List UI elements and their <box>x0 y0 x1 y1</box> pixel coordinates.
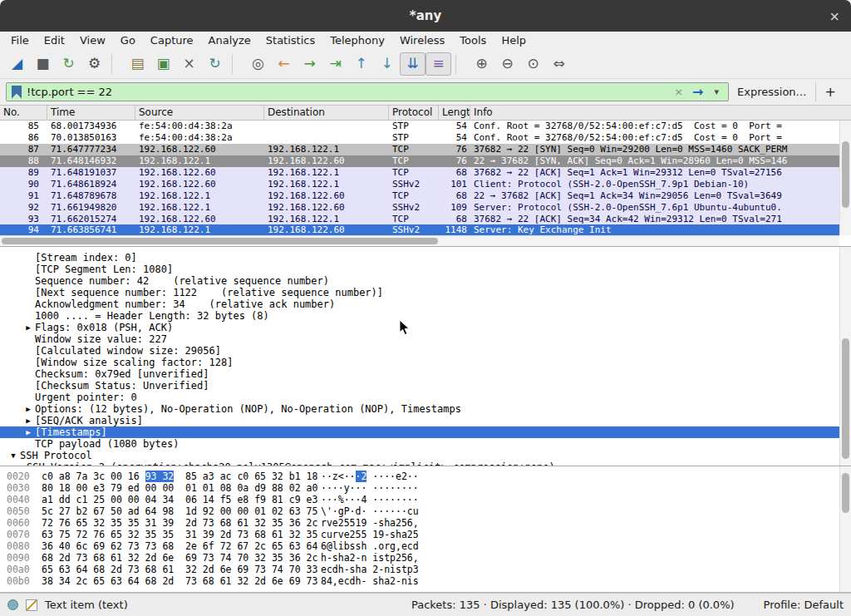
start-capture-button[interactable]: ◢ <box>4 52 30 76</box>
filter-apply-icon[interactable]: → <box>691 84 705 100</box>
detail-line[interactable]: Sequence number: 42 (relative sequence n… <box>0 275 839 287</box>
expander-icon[interactable] <box>22 275 35 287</box>
expander-icon[interactable] <box>22 392 35 403</box>
detail-line[interactable]: ▼ SSH Protocol <box>0 450 839 461</box>
go-first-packet-button[interactable]: ↑ <box>348 52 374 76</box>
expander-icon[interactable]: ▶ <box>22 403 35 415</box>
detail-line[interactable]: ▶ Flags: 0x018 (PSH, ACK) <box>0 322 839 333</box>
packet-row[interactable]: 86 70.013850163 fe:54:00:d4:38:2a STP 54… <box>0 132 839 144</box>
detail-line[interactable]: [Window size scaling factor: 128] <box>0 357 839 368</box>
detail-line[interactable]: [Next sequence number: 1122 (relative se… <box>0 287 839 298</box>
menu-item[interactable]: Help <box>494 33 534 47</box>
toolbar-separator[interactable] <box>455 54 465 74</box>
hex-row[interactable]: 0080 36 40 6c 69 62 73 73 68 2e 6f 72 67… <box>0 540 839 552</box>
scrollbar-thumb[interactable] <box>842 473 849 513</box>
expander-icon[interactable]: ▼ <box>7 450 20 461</box>
scrollbar-thumb[interactable] <box>2 238 438 244</box>
open-file-button[interactable]: ▤ <box>125 52 150 76</box>
go-to-packet-button[interactable]: ⇥ <box>322 52 348 76</box>
resize-columns-button[interactable]: ⇔ <box>546 52 572 76</box>
packet-row[interactable]: 88 71.648146932 192.168.122.1 192.168.12… <box>0 155 839 167</box>
capture-comment-icon[interactable] <box>26 599 37 611</box>
packet-row[interactable]: 85 68.001734936 fe:54:00:d4:38:2a STP 54… <box>0 121 839 132</box>
expander-icon[interactable] <box>22 380 35 392</box>
expander-icon[interactable] <box>22 368 35 380</box>
detail-line[interactable]: [Checksum Status: Unverified] <box>0 380 839 392</box>
hex-ascii[interactable]: curve255 19-sha25 <box>321 529 419 540</box>
hex-ascii[interactable]: h-sha2-n istp256, <box>321 552 419 564</box>
hex-ascii[interactable]: ···%···4 ········ <box>321 494 419 505</box>
hex-bytes[interactable]: 72 76 65 32 35 35 31 39 2d 73 68 61 32 3… <box>42 517 321 529</box>
hex-row[interactable]: 0090 68 2d 73 68 61 32 2d 6e 69 73 74 70… <box>0 552 839 564</box>
hex-bytes[interactable]: 65 63 64 68 2d 73 68 61 32 2d 6e 69 73 7… <box>42 564 321 575</box>
column-header[interactable]: Time <box>47 106 135 120</box>
expert-info-icon[interactable] <box>7 599 18 610</box>
packet-list-vscrollbar[interactable] <box>839 121 851 235</box>
packet-row[interactable]: 92 71.661949820 192.168.122.1 192.168.12… <box>0 201 839 213</box>
detail-line[interactable]: ▶ [Timestamps] <box>0 426 839 438</box>
expression-button[interactable]: Expression… <box>729 86 815 98</box>
capture-options-button[interactable]: ⚙ <box>81 52 107 76</box>
menu-item[interactable]: Statistics <box>258 33 322 47</box>
hex-row[interactable]: 0040 a1 dd c1 25 00 00 04 34 06 14 f5 e8… <box>0 494 839 505</box>
zoom-in-button[interactable]: ⊕ <box>469 52 494 76</box>
expander-icon[interactable]: ▶ <box>22 415 35 426</box>
hex-bytes[interactable]: 38 34 2c 65 63 64 68 2d 73 68 61 32 2d 6… <box>42 575 321 587</box>
hex-row[interactable]: 0030 80 18 00 e3 79 ed 00 00 01 01 08 0a… <box>0 482 839 494</box>
detail-line[interactable]: Window size value: 227 <box>0 333 839 345</box>
column-header[interactable]: Source <box>135 106 264 120</box>
detail-line[interactable]: [Stream index: 0] <box>0 252 839 264</box>
filter-bookmark-icon[interactable] <box>12 86 22 99</box>
zoom-100-button[interactable]: ⊙ <box>520 52 546 76</box>
column-header[interactable]: Destination <box>264 106 389 120</box>
expander-icon[interactable] <box>22 357 35 368</box>
menu-item[interactable]: Wireless <box>392 33 452 47</box>
hex-row[interactable]: 0060 72 76 65 32 35 35 31 39 2d 73 68 61… <box>0 517 839 529</box>
detail-line[interactable]: 1000 .... = Header Length: 32 bytes (8) <box>0 310 839 322</box>
scrollbar-thumb[interactable] <box>842 338 849 459</box>
hex-bytes[interactable]: 36 40 6c 69 62 73 73 68 2e 6f 72 67 2c 6… <box>42 540 321 552</box>
hex-bytes[interactable]: 63 75 72 76 65 32 35 35 31 39 2d 73 68 6… <box>42 529 321 540</box>
expander-icon[interactable] <box>22 345 35 357</box>
column-header[interactable]: No. <box>0 106 47 120</box>
menu-item[interactable]: Analyze <box>201 33 258 47</box>
packet-row[interactable]: 87 71.647777234 192.168.122.60 192.168.1… <box>0 144 839 155</box>
hex-ascii[interactable]: ··z<···2 ····e2·· <box>321 471 419 482</box>
expander-icon[interactable] <box>22 298 35 310</box>
hex-bytes[interactable]: a1 dd c1 25 00 00 04 34 06 14 f5 e8 f9 8… <box>42 494 321 505</box>
hex-ascii[interactable]: 6@libssh .org,ecd <box>321 540 419 552</box>
detail-line[interactable]: Urgent pointer: 0 <box>0 392 839 403</box>
hex-row[interactable]: 0020 c0 a8 7a 3c 00 16 93 32 85 a3 ac c0… <box>0 471 839 482</box>
menu-item[interactable]: Edit <box>37 33 72 47</box>
colorize-button[interactable]: ≡ <box>426 52 451 76</box>
hex-bytes[interactable]: c0 a8 7a 3c 00 16 93 32 85 a3 ac c0 65 3… <box>42 471 321 482</box>
hex-ascii[interactable]: \'·gP·d· ······cu <box>321 505 419 517</box>
filter-clear-icon[interactable]: × <box>671 86 686 98</box>
hex-ascii[interactable]: rve25519 -sha256, <box>321 517 419 529</box>
detail-line[interactable]: [TCP Segment Len: 1080] <box>0 264 839 275</box>
zoom-out-button[interactable]: ⊖ <box>494 52 520 76</box>
detail-line[interactable]: Checksum: 0x79ed [unverified] <box>0 368 839 380</box>
detail-line[interactable]: ▶ [SEQ/ACK analysis] <box>0 415 839 426</box>
profile-button[interactable]: Profile: Default <box>764 599 844 611</box>
close-file-button[interactable]: × <box>176 52 202 76</box>
menu-item[interactable]: Tools <box>452 33 494 47</box>
menu-item[interactable]: Capture <box>143 33 201 47</box>
expander-icon[interactable] <box>13 461 27 466</box>
hex-bytes[interactable]: 68 2d 73 68 61 32 2d 6e 69 73 74 70 32 3… <box>42 552 321 564</box>
column-header[interactable]: Protocol <box>389 106 439 120</box>
display-filter-input[interactable]: !tcp.port == 22 × → ▾ <box>6 82 729 101</box>
hex-row[interactable]: 0050 5c 27 b2 67 50 ad 64 98 1d 92 00 00… <box>0 505 839 517</box>
hex-row[interactable]: 00b0 38 34 2c 65 63 64 68 2d 73 68 61 32… <box>0 575 839 587</box>
expander-icon[interactable]: ▶ <box>22 322 35 333</box>
menu-item[interactable]: Telephony <box>322 33 392 47</box>
packet-row[interactable]: 93 71.662015274 192.168.122.60 192.168.1… <box>0 213 839 224</box>
expander-icon[interactable] <box>22 438 35 450</box>
expander-icon[interactable] <box>22 252 35 264</box>
expander-icon[interactable] <box>22 310 35 322</box>
detail-line[interactable]: SSH Version 2 (encryption:chacha20-poly1… <box>0 461 839 466</box>
packet-row[interactable]: 90 71.648618924 192.168.122.60 192.168.1… <box>0 178 839 190</box>
expander-icon[interactable] <box>22 287 35 298</box>
find-packet-button[interactable]: ◎ <box>245 52 271 76</box>
go-back-button[interactable]: ← <box>271 52 297 76</box>
